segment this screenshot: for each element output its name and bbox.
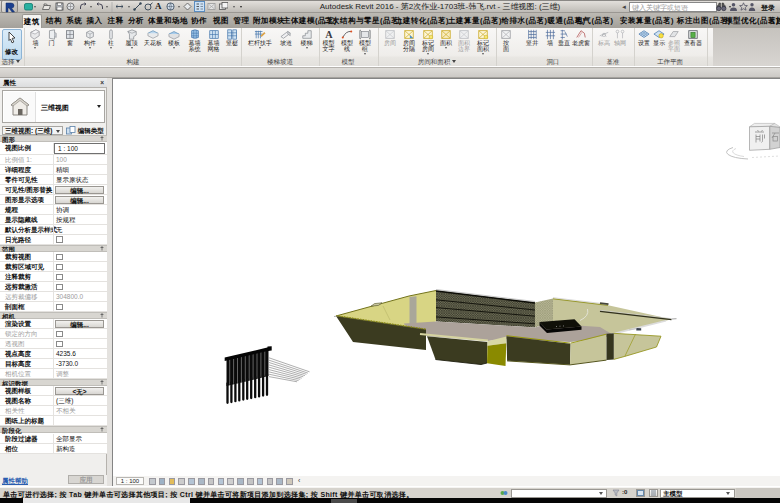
svg-text:A: A	[325, 29, 333, 40]
